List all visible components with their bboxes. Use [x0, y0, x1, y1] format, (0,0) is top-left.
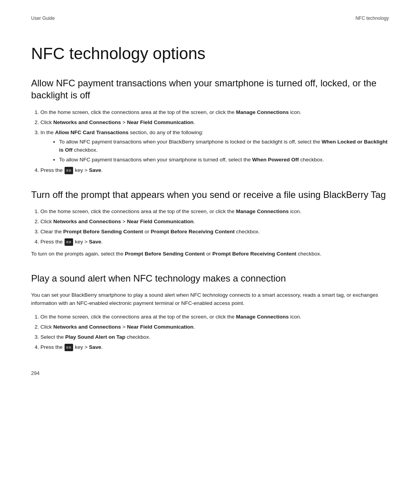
step-item: Press the ≡≡ key > Save.	[40, 238, 389, 246]
step-item: Press the ≡≡ key > Save.	[40, 343, 389, 352]
section3-title: Play a sound alert when NFC technology m…	[31, 272, 389, 284]
section2-steps: On the home screen, click the connection…	[40, 208, 389, 246]
header-right: NFC technology	[355, 16, 389, 21]
step-item: Click Networks and Connections > Near Fi…	[40, 218, 389, 226]
bullet-list: To allow NFC payment transactions when y…	[59, 138, 389, 164]
section-play-sound-alert: Play a sound alert when NFC technology m…	[31, 272, 389, 352]
page-header: User Guide NFC technology	[31, 16, 389, 21]
header-left: User Guide	[31, 16, 55, 21]
step-item: In the Allow NFC Card Transactions secti…	[40, 129, 389, 164]
step-item: On the home screen, click the connection…	[40, 108, 389, 117]
page-title: NFC technology options	[31, 44, 389, 63]
menu-key-icon: ≡≡	[65, 238, 73, 246]
section-allow-nfc-payment: Allow NFC payment transactions when your…	[31, 77, 389, 175]
page-footer: 294	[31, 370, 389, 376]
page-number: 294	[31, 370, 40, 376]
step-item: On the home screen, click the connection…	[40, 208, 389, 216]
section2-note: To turn on the prompts again, select the…	[31, 250, 389, 258]
step-item: On the home screen, click the connection…	[40, 313, 389, 321]
section2-title: Turn off the prompt that appears when yo…	[31, 189, 389, 201]
section-turn-off-prompt: Turn off the prompt that appears when yo…	[31, 189, 389, 258]
section3-intro: You can set your BlackBerry smartphone t…	[31, 291, 389, 308]
section1-steps: On the home screen, click the connection…	[40, 108, 389, 175]
menu-key-icon: ≡≡	[65, 344, 73, 351]
step-item: Press the ≡≡ key > Save.	[40, 166, 389, 175]
bullet-item: To allow NFC payment transactions when y…	[59, 156, 389, 164]
step-item: Clear the Prompt Before Sending Content …	[40, 228, 389, 236]
bullet-item: To allow NFC payment transactions when y…	[59, 138, 389, 154]
step-item: Select the Play Sound Alert on Tap check…	[40, 333, 389, 341]
step-item: Click Networks and Connections > Near Fi…	[40, 119, 389, 127]
section3-steps: On the home screen, click the connection…	[40, 313, 389, 352]
step-item: Click Networks and Connections > Near Fi…	[40, 323, 389, 331]
section1-title: Allow NFC payment transactions when your…	[31, 77, 389, 101]
menu-key-icon: ≡≡	[65, 167, 73, 174]
